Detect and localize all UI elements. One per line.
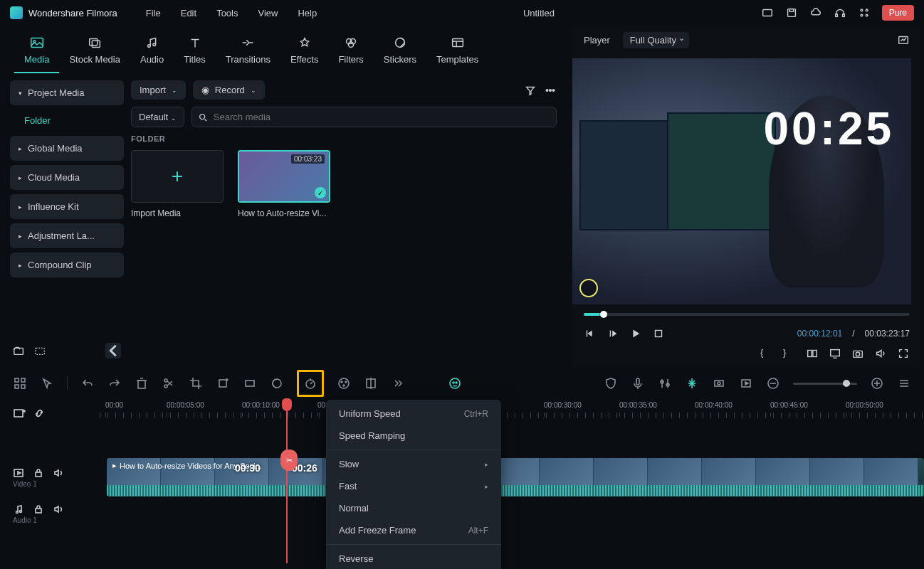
- delete-icon[interactable]: [135, 376, 149, 390]
- time-separator: /: [852, 329, 854, 339]
- play-backward-icon[interactable]: [607, 327, 619, 340]
- stop-icon[interactable]: [652, 327, 665, 340]
- import-dropdown[interactable]: Import⌄: [131, 80, 186, 100]
- media-clip-tile[interactable]: 00:03:23✓ How to Auto-resize Vi...: [238, 150, 330, 218]
- cloud-icon[interactable]: [809, 6, 822, 19]
- video-track-icon[interactable]: [13, 467, 24, 479]
- mark-out-icon[interactable]: }: [783, 347, 796, 360]
- tab-transitions[interactable]: Transitions: [216, 36, 280, 73]
- compare-icon[interactable]: [806, 347, 819, 360]
- color-icon[interactable]: [337, 376, 351, 390]
- search-input[interactable]: [191, 107, 557, 127]
- undo-icon[interactable]: [80, 376, 95, 390]
- play-icon[interactable]: [629, 327, 642, 340]
- sidebar-adjustment-layer[interactable]: Adjustment La...: [10, 223, 124, 248]
- menu-view[interactable]: View: [258, 8, 278, 18]
- speed-icon[interactable]: [303, 376, 317, 390]
- lock-icon[interactable]: [33, 504, 44, 515]
- render-icon[interactable]: [739, 376, 753, 390]
- tab-titles[interactable]: Titles: [174, 36, 216, 73]
- quality-dropdown[interactable]: Full Quality: [623, 32, 689, 48]
- adjust-icon[interactable]: [364, 376, 378, 390]
- camera-icon[interactable]: [851, 347, 864, 360]
- sort-dropdown[interactable]: Default ⌄: [131, 107, 184, 127]
- view-mode-icon[interactable]: [897, 376, 911, 390]
- video-clip[interactable]: ▸How to Auto-resize Videos for Any Soci.…: [107, 458, 924, 496]
- playhead[interactable]: [286, 400, 288, 563]
- more-tools-icon[interactable]: [391, 376, 405, 390]
- tab-stickers[interactable]: Stickers: [374, 36, 426, 73]
- menu-uniform-speed[interactable]: Uniform SpeedCtrl+R: [326, 403, 501, 425]
- mark-in-icon[interactable]: {: [760, 347, 773, 360]
- menu-file[interactable]: File: [146, 8, 161, 18]
- svg-point-27: [199, 114, 204, 119]
- tab-effects[interactable]: Effects: [280, 36, 329, 73]
- preview-video[interactable]: 00:25: [572, 58, 911, 304]
- tab-audio[interactable]: Audio: [130, 36, 174, 73]
- save-icon[interactable]: [785, 6, 798, 19]
- menu-slow[interactable]: Slow▸: [326, 453, 501, 475]
- mask-icon[interactable]: [270, 376, 284, 390]
- tab-filters[interactable]: Filters: [328, 36, 373, 73]
- split-icon[interactable]: [162, 376, 176, 390]
- marker-icon[interactable]: [712, 376, 726, 390]
- sidebar-cloud-media[interactable]: Cloud Media: [10, 165, 124, 190]
- sidebar-influence-kit[interactable]: Influence Kit: [10, 194, 124, 219]
- plus-icon: +: [172, 165, 183, 188]
- crop-icon[interactable]: [189, 376, 203, 390]
- new-folder-icon[interactable]: [13, 344, 26, 357]
- aspect-icon[interactable]: [243, 376, 257, 390]
- cut-handle-icon[interactable]: ✂: [280, 450, 298, 471]
- filter-icon[interactable]: [524, 84, 537, 97]
- pointer-icon[interactable]: [40, 376, 54, 390]
- redo-icon[interactable]: [107, 376, 122, 390]
- sidebar-compound-clip[interactable]: Compound Clip: [10, 252, 124, 277]
- more-icon[interactable]: [544, 84, 557, 97]
- seek-bar[interactable]: [584, 313, 910, 316]
- add-track-icon[interactable]: [13, 407, 26, 420]
- sidebar-global-media[interactable]: Global Media: [10, 136, 124, 161]
- audio-track-icon[interactable]: [13, 504, 24, 515]
- menu-edit[interactable]: Edit: [181, 8, 196, 18]
- tab-media[interactable]: Media: [14, 36, 59, 73]
- tab-templates[interactable]: Templates: [426, 36, 488, 73]
- ai-icon[interactable]: [448, 376, 462, 390]
- menu-add-freeze-frame[interactable]: Add Freeze FrameAlt+F: [326, 519, 501, 541]
- rotate-icon[interactable]: [216, 376, 230, 390]
- layout-icon[interactable]: [761, 6, 774, 19]
- mute-icon[interactable]: [53, 504, 64, 515]
- menu-normal[interactable]: Normal: [326, 497, 501, 519]
- new-bin-icon[interactable]: [34, 344, 47, 357]
- shield-icon[interactable]: [604, 376, 618, 390]
- zoom-out-icon[interactable]: [766, 376, 780, 390]
- mic-icon[interactable]: [631, 376, 645, 390]
- mute-icon[interactable]: [53, 467, 64, 479]
- fullscreen-icon[interactable]: [897, 347, 910, 360]
- sidebar-project-media[interactable]: Project Media: [10, 80, 124, 105]
- lock-icon[interactable]: [33, 467, 44, 479]
- menu-speed-ramping[interactable]: Speed Ramping: [326, 425, 501, 447]
- link-icon[interactable]: [33, 407, 46, 420]
- prev-frame-icon[interactable]: [584, 327, 597, 340]
- import-media-tile[interactable]: + Import Media: [131, 150, 224, 218]
- zoom-slider[interactable]: [793, 383, 857, 385]
- collapse-sidebar-icon[interactable]: [105, 343, 121, 358]
- headphones-icon[interactable]: [834, 6, 846, 19]
- seek-knob[interactable]: [600, 311, 607, 318]
- menu-fast[interactable]: Fast▸: [326, 475, 501, 497]
- menu-tools[interactable]: Tools: [216, 8, 238, 18]
- menu-help[interactable]: Help: [298, 8, 317, 18]
- display-icon[interactable]: [829, 347, 841, 360]
- sidebar-folder[interactable]: Folder: [10, 110, 124, 132]
- apps-icon[interactable]: [858, 6, 871, 19]
- menu-reverse[interactable]: Reverse: [326, 548, 501, 569]
- magnet-icon[interactable]: [685, 376, 699, 390]
- volume-icon[interactable]: [874, 347, 887, 360]
- grid-icon[interactable]: [13, 376, 27, 390]
- record-dropdown[interactable]: ◉Record⌄: [193, 80, 265, 100]
- zoom-in-icon[interactable]: [870, 376, 884, 390]
- snapshot-icon[interactable]: [897, 33, 910, 46]
- tab-stock-media[interactable]: Stock Media: [59, 36, 130, 73]
- purchase-button[interactable]: Pure: [882, 5, 914, 21]
- mixer-icon[interactable]: [658, 376, 672, 390]
